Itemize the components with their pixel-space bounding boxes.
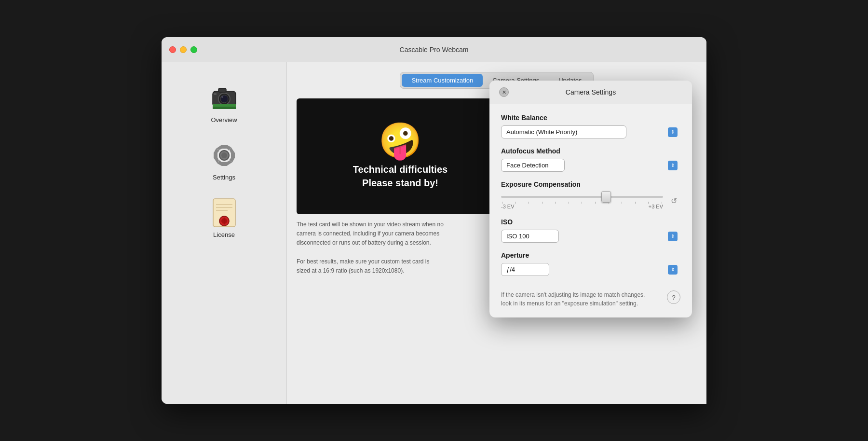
aperture-select-wrapper: ƒ/1.8 ƒ/2 ƒ/2.8 ƒ/4 ƒ/5.6 ƒ/8 ⇕ (501, 263, 680, 276)
test-card-line1: Technical difficulties (353, 164, 448, 175)
exposure-slider-bg (501, 196, 663, 198)
iso-select[interactable]: ISO 100 ISO 200 ISO 400 ISO 800 ISO 1600… (501, 230, 559, 243)
iso-section: ISO ISO 100 ISO 200 ISO 400 ISO 800 ISO … (501, 218, 680, 243)
tick-4 (542, 202, 542, 204)
footer-note: If the camera isn't adjusting its image … (501, 290, 646, 308)
exposure-label: Exposure Compensation (501, 180, 680, 188)
camera-settings-panel: ✕ Camera Settings White Balance Automati… (489, 81, 692, 317)
close-button[interactable] (169, 46, 176, 53)
exposure-row: -3 EV +3 EV ↺ (501, 192, 680, 209)
exposure-slider-labels: -3 EV +3 EV (501, 204, 663, 209)
exposure-section: Exposure Compensation (501, 180, 680, 209)
svg-rect-1 (218, 88, 226, 92)
traffic-lights (169, 46, 197, 53)
exposure-slider-wrap: -3 EV +3 EV (501, 192, 663, 209)
help-button[interactable]: ? (667, 290, 680, 304)
iso-select-wrapper: ISO 100 ISO 200 ISO 400 ISO 800 ISO 1600… (501, 230, 680, 243)
title-bar: Cascable Pro Webcam (162, 37, 706, 62)
white-balance-select-arrow: ⇕ (668, 127, 678, 137)
camera-svg-icon (209, 83, 240, 113)
tick-8 (595, 202, 596, 204)
license-icon (209, 197, 240, 228)
white-balance-section: White Balance Automatic (White Priority)… (501, 114, 680, 138)
sidebar: Overview (162, 62, 287, 404)
desc-line6: sized at a 16:9 ratio (such as 1920x1080… (297, 267, 404, 274)
tick-7 (582, 202, 582, 204)
svg-point-4 (221, 96, 223, 98)
tick-10 (622, 202, 622, 204)
desc-line5: For best results, make sure your custom … (297, 258, 429, 265)
overview-icon (209, 83, 240, 113)
desc-line3: disconnected or runs out of battery duri… (297, 239, 431, 246)
svg-point-9 (221, 152, 227, 158)
sidebar-settings-label: Settings (213, 174, 235, 181)
exposure-slider-thumb[interactable] (601, 191, 611, 203)
minimize-button[interactable] (180, 46, 187, 53)
sidebar-item-overview[interactable]: Overview (181, 77, 268, 129)
test-card-emoji: 🤪 (379, 123, 422, 158)
white-balance-label: White Balance (501, 114, 680, 122)
sidebar-overview-label: Overview (211, 116, 237, 124)
autofocus-select-wrapper: Face Detection Phase Detect Contrast Non… (501, 159, 680, 172)
iso-select-arrow: ⇕ (668, 232, 678, 241)
sidebar-item-settings[interactable]: Settings (181, 134, 268, 187)
tick-11 (635, 202, 636, 204)
tick-3 (529, 202, 529, 204)
gear-svg-icon (210, 141, 239, 170)
exposure-reset-button[interactable]: ↺ (667, 194, 680, 207)
desc-line2: camera is connected, including if your c… (297, 230, 439, 237)
white-balance-select-wrapper: Automatic (White Priority) Auto Daylight… (501, 125, 680, 138)
exposure-slider-track (501, 192, 663, 202)
tab-stream-customization[interactable]: Stream Customization (402, 74, 483, 87)
tick-5 (555, 202, 556, 204)
iso-label: ISO (501, 218, 680, 226)
panel-close-button[interactable]: ✕ (499, 87, 509, 97)
panel-title-bar: ✕ Camera Settings (489, 81, 692, 104)
aperture-select-arrow: ⇕ (668, 265, 678, 275)
sidebar-license-label: License (213, 231, 235, 238)
window-title: Cascable Pro Webcam (400, 46, 469, 54)
desc-line1: The test card will be shown in your vide… (297, 221, 444, 228)
tick-6 (569, 202, 569, 204)
aperture-section: Aperture ƒ/1.8 ƒ/2 ƒ/2.8 ƒ/4 ƒ/5.6 ƒ/8 ⇕ (501, 251, 680, 276)
test-card-preview: 🤪 Technical difficulties Please stand by… (297, 98, 504, 214)
preview-area: 🤪 Technical difficulties Please stand by… (297, 98, 504, 394)
panel-footer: If the camera isn't adjusting its image … (489, 286, 692, 317)
exposure-max-label: +3 EV (649, 204, 663, 209)
settings-icon (209, 140, 240, 171)
svg-rect-6 (213, 107, 236, 109)
test-card-line2: Please stand by! (362, 178, 438, 188)
maximize-button[interactable] (190, 46, 197, 53)
autofocus-section: Autofocus Method Face Detection Phase De… (501, 147, 680, 172)
autofocus-select[interactable]: Face Detection Phase Detect Contrast Non… (501, 159, 565, 172)
white-balance-select[interactable]: Automatic (White Priority) Auto Daylight… (501, 125, 626, 138)
autofocus-select-arrow: ⇕ (668, 161, 678, 170)
aperture-select[interactable]: ƒ/1.8 ƒ/2 ƒ/2.8 ƒ/4 ƒ/5.6 ƒ/8 (501, 263, 549, 276)
license-svg-icon (212, 198, 236, 228)
test-card-text: Technical difficulties Please stand by! (353, 163, 448, 190)
panel-body: White Balance Automatic (White Priority)… (489, 104, 692, 286)
sidebar-item-license[interactable]: License (181, 192, 268, 244)
tick-2 (515, 202, 516, 204)
exposure-min-label: -3 EV (501, 204, 515, 209)
test-card-description: The test card will be shown in your vide… (297, 220, 499, 276)
aperture-label: Aperture (501, 251, 680, 259)
autofocus-label: Autofocus Method (501, 147, 680, 155)
svg-point-3 (220, 95, 228, 103)
svg-rect-7 (214, 93, 217, 95)
panel-title: Camera Settings (566, 88, 616, 96)
